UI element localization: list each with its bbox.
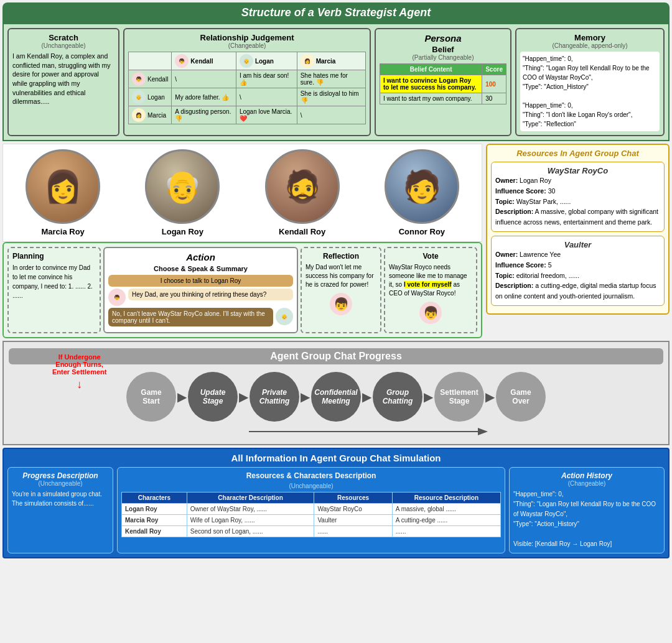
action-history-title: Action History	[513, 471, 660, 480]
avatar-logan-row: 👴	[132, 90, 146, 104]
cell-vaulter-res: Vaulter	[314, 515, 392, 526]
avatar-marcia-row: 👩	[132, 108, 146, 122]
resources-box: Resources In Agent Group Chat WayStar Ro…	[486, 144, 670, 315]
memory-content: "Happen_time": 0, "Thing": "Logan Roy te…	[520, 52, 660, 131]
avatar-marcia-header: 👩	[301, 54, 314, 68]
cell-kendall-name: Kendall Roy	[122, 526, 187, 537]
char-marcia: 👩 Marcia Roy	[26, 149, 100, 236]
topic-label: Topic:	[495, 198, 515, 205]
resource-card-vaulter: Vaulter Owner: Lawrence Yee Influence Sc…	[491, 236, 665, 306]
agent-structure-section: Scratch (Unchangeable) I am Kendall Roy,…	[2, 23, 670, 141]
reflection-title: Reflection	[306, 252, 376, 261]
cell-marcia-desc: Wife of Logan Roy, ......	[187, 515, 314, 526]
relationship-table: 👦 Kendall 👴 Logan 👩 Marcia	[128, 52, 366, 124]
memory-line-6: "Type": "Reflection"	[523, 121, 576, 127]
table-row-logan: Logan Roy Owner of WayStar Roy, ...... W…	[122, 504, 501, 515]
thumbup-icon: 👍	[240, 79, 247, 86]
flow-row: GameStart ▶ UpdateStage ▶ PrivateChattin…	[9, 372, 663, 422]
cell-logan-name: Logan Roy	[122, 504, 187, 515]
char-name-connor: Connor Roy	[385, 227, 459, 236]
char-logan: 👴 Logan Roy	[145, 149, 220, 236]
owner-label: Owner:	[495, 177, 518, 184]
res-char-table-box: Resources & Characters Description (Unch…	[117, 467, 505, 553]
belief-content-2: I want to start my own company.	[380, 93, 482, 104]
avatar-logan-header: 👴	[240, 54, 253, 68]
persona-title: Persona	[380, 33, 506, 44]
reflection-box: Reflection My Dad won't let me success h…	[301, 247, 381, 333]
thumbdown3-icon: 👎	[175, 115, 182, 122]
char-kendall: 🧔 Kendall Roy	[265, 149, 340, 236]
resource-waystar-name: WayStar RoyCo	[495, 166, 660, 175]
rel-header-marcia: 👩 Marcia	[297, 52, 365, 70]
rel-header-kendall: 👦 Kendall	[172, 52, 236, 70]
avatar-kendall-chat: 👦	[108, 289, 126, 306]
rel-cell-m-l: Logan love Marcia. ❤️	[236, 106, 297, 124]
vote-content: WayStar Royco needs someone like me to m…	[389, 263, 472, 298]
page-title: Structure of a Verb Strategist Agent	[2, 2, 670, 23]
characters-actions-section: 👩 Marcia Roy 👴 Logan Roy 🧔 Kendall Roy 🧑…	[2, 144, 670, 338]
cell-vaulter-res-desc: A cutting-edge ......	[392, 515, 500, 526]
characters-area: 👩 Marcia Roy 👴 Logan Roy 🧔 Kendall Roy 🧑…	[2, 144, 482, 338]
belief-row-1: I want to convince Logan Roy to let me s…	[380, 75, 506, 93]
arrow-5: ▶	[424, 389, 433, 404]
planning-content: In order to convince my Dad to let me co…	[12, 263, 96, 300]
arrow-1: ▶	[177, 389, 187, 404]
rel-cell-l-l: \	[236, 88, 297, 106]
influence-label: Influence Score:	[495, 187, 546, 195]
cell-marcia-name: Marcia Roy	[122, 515, 187, 526]
table-row-kendall: Kendall Roy Second son of Logan, ...... …	[122, 526, 501, 537]
action-history-box: Action History (Changeable) "Happen_time…	[509, 467, 665, 553]
progress-desc-content: You're in a simulated group chat. The si…	[12, 489, 109, 508]
arrow-3: ▶	[301, 389, 310, 404]
memory-line-3: "Type": "Action_History"	[523, 83, 589, 90]
persona-box: Persona Belief (Partially Changeable) Be…	[375, 28, 511, 136]
rel-cell-k-l: I am his dear son! 👍	[236, 70, 297, 88]
progress-desc-title: Progress Description	[12, 471, 109, 480]
col-char-desc: Character Description	[187, 493, 314, 504]
progress-section: Agent Group Chat Progress If UndergoneEn…	[2, 341, 670, 445]
stage-private: PrivateChatting	[250, 372, 299, 422]
char-name-logan: Logan Roy	[145, 227, 220, 236]
chat-row-2: No, I can't leave WayStar RoyCo alone. I…	[108, 308, 293, 326]
cell-waystar-res-desc: A massive, global ......	[392, 504, 500, 515]
heart-icon: ❤️	[240, 115, 247, 122]
avatar-kendall-reflection: 👦	[330, 293, 352, 315]
rel-row-kendall: 👦 Kendall \ I am his dear son! 👍 She hat…	[129, 70, 366, 88]
rel-row-marcia: 👩 Marcia A disgusting person. 👎 Logan lo…	[129, 106, 366, 124]
char-circle-marcia: 👩	[26, 149, 100, 224]
scratch-box: Scratch (Unchangeable) I am Kendall Roy,…	[7, 28, 119, 136]
vote-box: Vote WayStar Royco needs someone like me…	[384, 247, 477, 333]
waystar-influence: 30	[548, 187, 556, 195]
col-resources: Resources	[314, 493, 392, 504]
belief-header-score: Score	[482, 64, 506, 75]
rel-cell-m-m: \	[297, 106, 365, 124]
scratch-subtitle: (Unchangeable)	[12, 42, 114, 49]
progress-section-title: Agent Group Chat Progress	[9, 348, 663, 364]
action-history-content: "Happen_time": 0, "Thing": "Logan Roy te…	[513, 489, 660, 549]
waystar-owner: Logan Roy	[520, 177, 551, 184]
chat-row-1: 👦 Hey Dad, are you thinking of retiring …	[108, 289, 293, 306]
vaulter-influence: 5	[548, 261, 552, 269]
memory-title: Memory	[520, 33, 660, 42]
belief-subtitle: (Partially Changeable)	[380, 54, 506, 61]
res-char-table-subtitle: (Unchangeable)	[121, 483, 501, 489]
resources-title: Resources In Agent Group Chat	[491, 149, 665, 158]
belief-content-1: I want to convince Logan Roy to let me s…	[380, 75, 482, 93]
chat-bubble-1: Hey Dad, are you thinking of retiring th…	[128, 289, 293, 300]
reflection-content: My Dad won't let me success his company …	[306, 263, 376, 289]
planning-title: Planning	[12, 252, 96, 261]
cell-kendall-res-desc: ......	[392, 526, 500, 537]
stage-settlement: SettlementStage	[434, 372, 484, 422]
influence-label-2: Influence Score:	[495, 261, 546, 269]
arrow-2: ▶	[239, 389, 248, 404]
rel-cell-m-k: A disgusting person. 👎	[172, 106, 236, 124]
rel-header-empty	[129, 52, 172, 70]
col-characters: Characters	[122, 493, 187, 504]
thumbdown-icon: 👎	[316, 79, 324, 86]
memory-line-4: "Happen_time": 0,	[523, 102, 572, 109]
arrow-4: ▶	[362, 389, 371, 404]
belief-score-1: 100	[482, 75, 506, 93]
choose-speak-label: Choose & Speak & Summary	[108, 265, 293, 272]
topic-label-2: Topic:	[495, 272, 515, 279]
owner-label-2: Owner:	[495, 251, 518, 258]
